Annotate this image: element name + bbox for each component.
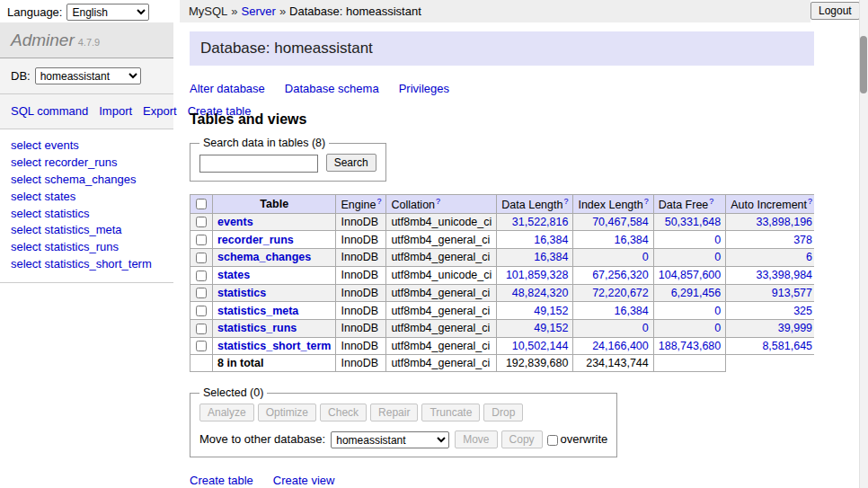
- breadcrumb-root-link[interactable]: MySQL: [189, 4, 227, 18]
- bulk-drop-button[interactable]: Drop: [483, 404, 523, 421]
- index-length-link[interactable]: 24,166,400: [592, 340, 649, 352]
- overwrite-checkbox[interactable]: [547, 435, 558, 446]
- sidebar-action-links: SQL commandImportExportCreate table: [0, 94, 173, 129]
- data-length-link[interactable]: 31,522,816: [512, 216, 569, 228]
- auto-increment-link[interactable]: 8,581,645: [762, 340, 812, 352]
- col-header-data-length: Data Length?: [497, 194, 573, 213]
- index-length-link[interactable]: 16,384: [615, 305, 649, 317]
- action-link-privileges[interactable]: Privileges: [399, 82, 449, 95]
- scrollbar-thumb[interactable]: [860, 36, 867, 93]
- help-icon[interactable]: ?: [376, 197, 381, 206]
- search-button[interactable]: Search: [326, 154, 376, 172]
- data-length-link[interactable]: 10,502,144: [512, 340, 569, 352]
- index-length-link[interactable]: 72,220,672: [592, 287, 649, 299]
- row-checkbox[interactable]: [196, 288, 207, 298]
- table-link-recorder-runs[interactable]: recorder_runs: [217, 234, 294, 246]
- bulk-truncate-button[interactable]: Truncate: [421, 404, 480, 421]
- sidebar-select-schema-changes[interactable]: select schema_changes: [11, 173, 136, 186]
- sidebar-select-events[interactable]: select events: [11, 138, 79, 152]
- language-select[interactable]: English: [66, 4, 149, 21]
- data-length-link[interactable]: 49,152: [534, 305, 568, 317]
- sidebar-select-statistics[interactable]: select statistics: [11, 207, 89, 220]
- sidebar-select-states[interactable]: select states: [11, 190, 75, 203]
- data-free-link[interactable]: 0: [714, 251, 721, 263]
- data-free-link[interactable]: 6,291,456: [671, 287, 722, 299]
- index-length-link[interactable]: 0: [642, 322, 649, 334]
- sidebar-link-sql-command[interactable]: SQL command: [11, 104, 88, 118]
- auto-increment-link[interactable]: 33,898,196: [756, 216, 812, 228]
- row-checkbox[interactable]: [196, 341, 207, 351]
- sidebar-link-export[interactable]: Export: [143, 104, 177, 118]
- move-db-select[interactable]: homeassistant: [331, 431, 449, 448]
- index-length-link[interactable]: 0: [642, 251, 649, 263]
- breadcrumb-separator-1: »: [231, 4, 237, 18]
- action-link-alter-database[interactable]: Alter database: [190, 82, 265, 95]
- auto-increment-link[interactable]: 913,577: [772, 287, 812, 299]
- total-data-length-cell: 192,839,680: [497, 355, 573, 372]
- data-length-link[interactable]: 49,152: [534, 322, 568, 334]
- data-free-link[interactable]: 0: [714, 322, 721, 334]
- sidebar-table-row: select events: [11, 138, 163, 155]
- collation-cell: utf8mb4_general_ci: [386, 337, 497, 355]
- auto-increment-link[interactable]: 39,999: [778, 322, 812, 334]
- breadcrumb-server-link[interactable]: Server: [242, 4, 276, 18]
- row-checkbox[interactable]: [196, 271, 207, 281]
- bulk-analyze-button[interactable]: Analyze: [199, 404, 254, 421]
- data-free-link[interactable]: 0: [714, 234, 721, 246]
- help-icon[interactable]: ?: [644, 197, 649, 206]
- action-link-create-view[interactable]: Create view: [273, 474, 335, 487]
- copy-button[interactable]: Copy: [501, 430, 543, 448]
- index-length-link[interactable]: 67,256,320: [592, 269, 649, 281]
- bulk-optimize-button[interactable]: Optimize: [258, 404, 316, 421]
- data-free-link[interactable]: 50,331,648: [665, 216, 722, 228]
- index-length-link[interactable]: 70,467,584: [592, 216, 649, 228]
- index-length-cell: 24,166,400: [573, 337, 653, 355]
- db-select[interactable]: homeassistant: [35, 67, 141, 84]
- data-free-link[interactable]: 0: [714, 305, 721, 317]
- col-header-collation: Collation?: [386, 194, 497, 213]
- data-free-link[interactable]: 104,857,600: [659, 269, 722, 281]
- select-all-checkbox[interactable]: [196, 199, 207, 209]
- data-length-cell: 31,522,816: [497, 213, 573, 231]
- search-input[interactable]: [199, 155, 318, 173]
- auto-increment-link[interactable]: 325: [793, 305, 812, 317]
- table-link-statistics-short-term[interactable]: statistics_short_term: [217, 340, 331, 352]
- auto-increment-link[interactable]: 378: [793, 234, 812, 246]
- help-icon[interactable]: ?: [709, 197, 713, 206]
- action-link-create-table[interactable]: Create table: [190, 474, 253, 487]
- auto-increment-link[interactable]: 33,398,984: [756, 269, 812, 281]
- sidebar-select-statistics-short-term[interactable]: select statistics_short_term: [11, 257, 152, 271]
- bulk-repair-button[interactable]: Repair: [370, 404, 418, 421]
- help-icon[interactable]: ?: [808, 197, 812, 206]
- table-link-statistics[interactable]: statistics: [217, 287, 266, 299]
- table-link-statistics-runs[interactable]: statistics_runs: [217, 322, 297, 334]
- logout-button[interactable]: Logout: [810, 2, 860, 20]
- sidebar-link-import[interactable]: Import: [99, 104, 132, 118]
- table-link-schema-changes[interactable]: schema_changes: [217, 251, 311, 263]
- sidebar-select-statistics-runs[interactable]: select statistics_runs: [11, 240, 119, 253]
- data-length-link[interactable]: 48,824,320: [512, 287, 569, 299]
- table-link-statistics-meta[interactable]: statistics_meta: [217, 305, 298, 317]
- row-checkbox[interactable]: [196, 324, 207, 334]
- help-icon[interactable]: ?: [436, 197, 440, 206]
- index-length-link[interactable]: 16,384: [615, 234, 649, 246]
- adminer-logo[interactable]: Adminer: [11, 31, 75, 49]
- data-free-link[interactable]: 188,743,680: [659, 340, 722, 352]
- action-link-database-schema[interactable]: Database schema: [285, 82, 379, 95]
- row-checkbox[interactable]: [196, 235, 207, 245]
- bulk-check-button[interactable]: Check: [320, 404, 367, 421]
- data-length-link[interactable]: 16,384: [534, 234, 568, 246]
- move-button[interactable]: Move: [455, 430, 497, 448]
- help-icon[interactable]: ?: [563, 197, 568, 206]
- sidebar-select-statistics-meta[interactable]: select statistics_meta: [11, 223, 122, 236]
- row-checkbox[interactable]: [196, 253, 207, 263]
- auto-increment-link[interactable]: 6: [806, 251, 812, 263]
- data-length-link[interactable]: 16,384: [534, 251, 568, 263]
- table-link-events[interactable]: events: [217, 216, 253, 228]
- table-link-states[interactable]: states: [217, 269, 250, 281]
- row-checkbox[interactable]: [196, 217, 207, 227]
- data-length-link[interactable]: 101,859,328: [506, 269, 569, 281]
- row-checkbox[interactable]: [196, 306, 207, 316]
- sidebar-select-recorder-runs[interactable]: select recorder_runs: [11, 155, 118, 169]
- tables-tbody: eventsInnoDButf8mb4_unicode_ci31,522,816…: [190, 213, 815, 372]
